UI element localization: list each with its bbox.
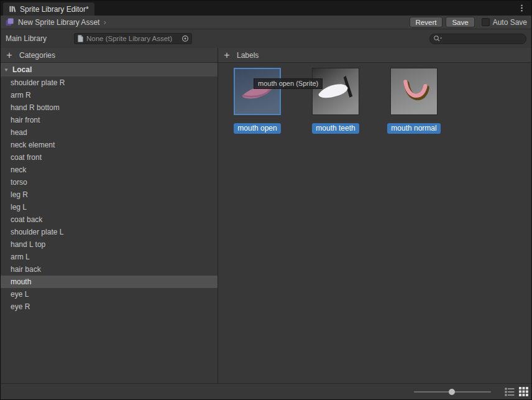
mouth-open-sprite[interactable] (234, 68, 281, 115)
bottom-bar (1, 383, 531, 399)
label-grid: mouth openmouth teethmouth normal (218, 63, 531, 134)
add-label-icon[interactable]: + (222, 50, 232, 60)
category-item-eye-R[interactable]: eye R (1, 300, 218, 313)
object-field-value: None (Sprite Library Asset) (86, 35, 179, 42)
category-item-leg-L[interactable]: leg L (1, 201, 218, 213)
category-item-arm-R[interactable]: arm R (1, 89, 218, 101)
breadcrumb-chevron-icon: › (103, 18, 106, 26)
category-item-hair-front[interactable]: hair front (1, 114, 218, 126)
category-item-shoulder-plate-L[interactable]: shoulder plate L (1, 226, 218, 238)
search-icon[interactable] (433, 35, 443, 42)
asset-doc-icon (77, 35, 84, 42)
labels-header: + Labels (218, 48, 531, 63)
library-icon (9, 5, 17, 13)
local-group-label: Local (12, 65, 32, 74)
tab-sprite-library-editor[interactable]: Sprite Library Editor* (3, 2, 94, 16)
category-item-mouth[interactable]: mouth (1, 276, 218, 288)
category-item-arm-L[interactable]: arm L (1, 251, 218, 263)
object-picker-icon[interactable] (181, 35, 189, 42)
save-button[interactable]: Save (446, 17, 474, 27)
local-foldout[interactable]: ▼ Local (1, 63, 218, 77)
panels: + Categories ▼ Local shoulder plate Rarm… (1, 48, 531, 383)
category-item-neck[interactable]: neck (1, 164, 218, 176)
auto-save-checkbox[interactable] (482, 18, 490, 26)
main-library-object-field[interactable]: None (Sprite Library Asset) (74, 33, 192, 44)
mouth-teeth-sprite[interactable] (312, 68, 359, 115)
search-input[interactable] (444, 35, 523, 42)
search-field[interactable] (429, 34, 526, 44)
main-library-row: Main Library None (Sprite Library Asset) (1, 29, 531, 48)
add-category-icon[interactable]: + (4, 50, 14, 60)
toolbar: New Sprite Library Asset › Revert Save A… (1, 16, 531, 29)
mouth-normal-sprite[interactable] (390, 68, 438, 115)
category-item-hand-R-bottom[interactable]: hand R bottom (1, 101, 218, 114)
labels-title: Labels (237, 51, 259, 60)
titlebar: Sprite Library Editor* ⋮ (1, 1, 531, 16)
toolbar-right-group: Revert Save Auto Save (410, 17, 527, 27)
tab-title: Sprite Library Editor* (20, 5, 89, 14)
sprite-library-asset-icon (5, 17, 14, 27)
label-name-badge[interactable]: mouth teeth (312, 123, 359, 134)
label-item: mouth teeth (312, 68, 359, 134)
sprite-library-editor-window: Sprite Library Editor* ⋮ New Sprite Libr… (0, 0, 532, 400)
labels-panel: + Labels mouth openmouth teethmouth norm… (218, 48, 531, 383)
zoom-slider[interactable] (414, 388, 491, 396)
grid-view-icon[interactable] (518, 387, 528, 397)
zoom-slider-knob[interactable] (449, 389, 455, 395)
label-item: mouth normal (390, 68, 438, 134)
breadcrumb-asset-name[interactable]: New Sprite Library Asset (18, 18, 99, 27)
category-item-hair-back[interactable]: hair back (1, 263, 218, 276)
categories-header: + Categories (1, 48, 218, 63)
kebab-menu-icon[interactable]: ⋮ (518, 3, 526, 12)
category-item-hand-L-top[interactable]: hand L top (1, 238, 218, 251)
auto-save-label: Auto Save (493, 18, 527, 27)
categories-panel: + Categories ▼ Local shoulder plate Rarm… (1, 48, 218, 383)
foldout-triangle-icon: ▼ (4, 67, 9, 73)
category-list: shoulder plate Rarm Rhand R bottomhair f… (1, 77, 218, 313)
category-item-shoulder-plate-R[interactable]: shoulder plate R (1, 77, 218, 89)
label-item: mouth open (234, 68, 281, 134)
category-item-eye-L[interactable]: eye L (1, 288, 218, 300)
category-item-neck-element[interactable]: neck element (1, 139, 218, 151)
main-library-label: Main Library (6, 34, 74, 43)
label-name-badge[interactable]: mouth open (234, 123, 280, 134)
category-item-head[interactable]: head (1, 126, 218, 139)
category-item-leg-R[interactable]: leg R (1, 188, 218, 201)
list-view-icon[interactable] (505, 387, 515, 397)
revert-button[interactable]: Revert (410, 17, 443, 27)
label-name-badge[interactable]: mouth normal (387, 123, 440, 134)
category-item-coat-back[interactable]: coat back (1, 213, 218, 226)
category-item-torso[interactable]: torso (1, 176, 218, 188)
categories-title: Categories (19, 51, 55, 60)
category-item-coat-front[interactable]: coat front (1, 151, 218, 164)
